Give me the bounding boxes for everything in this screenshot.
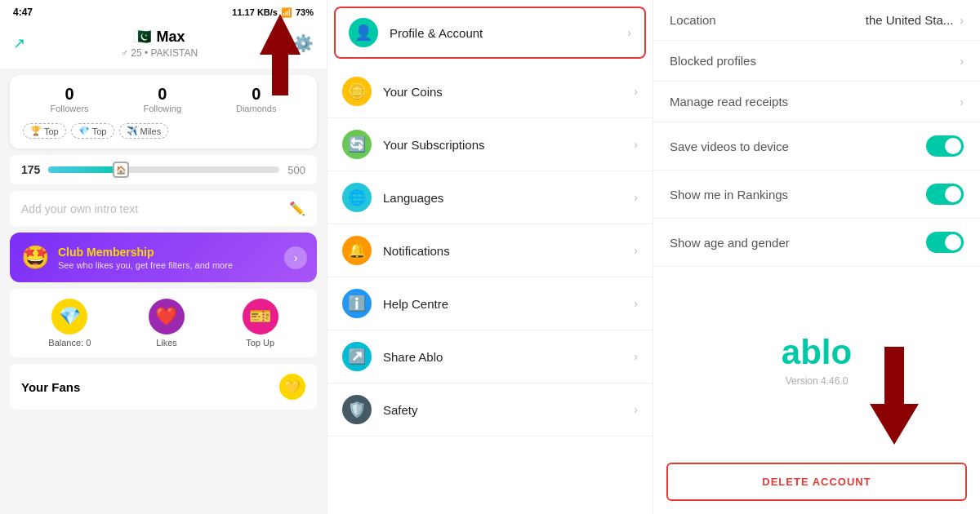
version-label: Version 4.46.0 bbox=[786, 375, 849, 387]
chevron-icon-7: › bbox=[634, 403, 638, 416]
likes-item[interactable]: ❤️ Likes bbox=[149, 299, 185, 348]
toggle-4[interactable] bbox=[926, 184, 964, 205]
edit-icon[interactable]: ✏️ bbox=[289, 201, 305, 216]
likes-icon: ❤️ bbox=[149, 299, 185, 335]
settings-item-notifications[interactable]: 🔔 Notifications › bbox=[327, 224, 653, 277]
profile-card: 0 Followers 0 Following 0 Diamonds 🏆 Top… bbox=[10, 75, 317, 148]
following-label: Following bbox=[144, 104, 181, 113]
detail-row-3: Save videos to device bbox=[653, 122, 980, 171]
progress-max: 500 bbox=[287, 164, 305, 176]
chevron-icon-1: › bbox=[634, 85, 638, 98]
settings-panel: 👤 Profile & Account › 🪙 Your Coins › 🔄 Y… bbox=[327, 0, 653, 514]
balance-icon: 💎 bbox=[51, 299, 87, 335]
network-label: 11.17 KB/s bbox=[232, 7, 278, 17]
status-bar: 4:47 11.17 KB/s 📶 73% bbox=[0, 0, 327, 21]
profile-subtitle: ♂ 25 • PAKISTAN bbox=[25, 47, 293, 59]
chevron-icon-2: › bbox=[634, 138, 638, 151]
chevron-icon-2: › bbox=[960, 95, 964, 109]
chevron-icon-0: › bbox=[627, 26, 631, 39]
progress-bar: 🏠 bbox=[48, 166, 279, 173]
toggle-knob-4 bbox=[945, 186, 961, 202]
balance-label: Balance: 0 bbox=[48, 338, 91, 348]
settings-icon-5: ℹ️ bbox=[342, 289, 372, 318]
diamonds-label: Diamonds bbox=[236, 104, 277, 113]
chevron-icon-6: › bbox=[634, 350, 638, 363]
profile-info: 🇵🇰 Max ♂ 25 • PAKISTAN bbox=[25, 28, 293, 59]
chevron-icon-1: › bbox=[960, 55, 964, 68]
following-count: 0 bbox=[144, 85, 181, 104]
time-label: 4:47 bbox=[13, 7, 33, 18]
settings-icon-1: 🪙 bbox=[342, 77, 372, 106]
stats-row: 0 Followers 0 Following 0 Diamonds bbox=[23, 85, 304, 113]
topup-label: Top Up bbox=[246, 338, 274, 348]
settings-icon-6: ↗️ bbox=[342, 342, 372, 371]
chevron-icon-0: › bbox=[960, 14, 964, 27]
progress-thumb: 🏠 bbox=[113, 162, 129, 178]
settings-icon[interactable]: ⚙️ bbox=[293, 33, 314, 53]
fans-label: Your Fans bbox=[21, 380, 80, 394]
topup-item[interactable]: 🎫 Top Up bbox=[243, 299, 278, 348]
flag-icon: 🇵🇰 bbox=[133, 28, 151, 46]
settings-label-6: Share Ablo bbox=[383, 350, 622, 364]
username: Max bbox=[156, 29, 185, 46]
account-panel: Location the United Sta... › Blocked pro… bbox=[653, 0, 980, 514]
detail-label-5: Show age and gender bbox=[670, 236, 790, 250]
status-icons: 11.17 KB/s 📶 73% bbox=[232, 7, 314, 18]
delete-account-button[interactable]: DELETE ACCOUNT bbox=[666, 463, 967, 501]
club-text: Club Membership See who likes you, get f… bbox=[58, 246, 233, 270]
settings-item-help-centre[interactable]: ℹ️ Help Centre › bbox=[327, 277, 653, 330]
diamonds-stat: 0 Diamonds bbox=[236, 85, 277, 113]
likes-label: Likes bbox=[156, 338, 177, 348]
detail-label-4: Show me in Rankings bbox=[670, 188, 788, 202]
detail-label-0: Location bbox=[670, 13, 716, 27]
chevron-icon-5: › bbox=[634, 297, 638, 310]
settings-item-your-coins[interactable]: 🪙 Your Coins › bbox=[327, 65, 653, 118]
detail-row-4: Show me in Rankings bbox=[653, 171, 980, 219]
settings-item-safety[interactable]: 🛡️ Safety › bbox=[327, 383, 653, 436]
settings-item-share-ablo[interactable]: ↗️ Share Ablo › bbox=[327, 330, 653, 383]
your-fans-section[interactable]: Your Fans 💛 bbox=[10, 364, 317, 410]
profile-panel: 4:47 11.17 KB/s 📶 73% ↗ 🇵🇰 Max ♂ 25 • PA… bbox=[0, 0, 327, 514]
intro-section[interactable]: Add your own intro text ✏️ bbox=[10, 191, 317, 226]
club-title: Club Membership bbox=[58, 246, 233, 259]
settings-label-3: Languages bbox=[383, 191, 622, 205]
share-icon[interactable]: ↗ bbox=[13, 34, 25, 52]
top-badge-2: 💎 Top bbox=[71, 123, 114, 139]
followers-count: 0 bbox=[50, 85, 88, 104]
settings-icon-3: 🌐 bbox=[342, 183, 372, 212]
toggle-3[interactable] bbox=[926, 135, 964, 157]
settings-item-languages[interactable]: 🌐 Languages › bbox=[327, 171, 653, 224]
top-badge-1: 🏆 Top bbox=[23, 123, 66, 139]
settings-item-profile-&-account[interactable]: 👤 Profile & Account › bbox=[334, 7, 646, 59]
detail-label-3: Save videos to device bbox=[670, 140, 789, 153]
chevron-icon-4: › bbox=[634, 244, 638, 257]
progress-current: 175 bbox=[21, 163, 40, 176]
settings-label-5: Help Centre bbox=[383, 297, 622, 311]
intro-placeholder: Add your own intro text bbox=[21, 202, 138, 215]
profile-name: 🇵🇰 Max bbox=[25, 28, 293, 46]
detail-row-2[interactable]: Manage read receipts › bbox=[653, 82, 980, 122]
followers-label: Followers bbox=[50, 104, 88, 113]
detail-label-2: Manage read receipts bbox=[670, 95, 788, 109]
wifi-icon: 📶 bbox=[281, 7, 292, 18]
balance-item[interactable]: 💎 Balance: 0 bbox=[48, 299, 91, 348]
toggle-5[interactable] bbox=[926, 232, 964, 253]
chevron-icon-3: › bbox=[634, 191, 638, 204]
settings-list: 👤 Profile & Account › 🪙 Your Coins › 🔄 Y… bbox=[327, 7, 653, 436]
club-desc: See who likes you, get free filters, and… bbox=[58, 260, 233, 270]
settings-label-1: Your Coins bbox=[383, 85, 622, 99]
detail-row-1[interactable]: Blocked profiles › bbox=[653, 41, 980, 82]
settings-icon-7: 🛡️ bbox=[342, 395, 372, 424]
club-arrow-icon[interactable]: › bbox=[284, 246, 307, 269]
ablo-logo-section: ablo Version 4.46.0 bbox=[653, 267, 980, 453]
settings-item-your-subscriptions[interactable]: 🔄 Your Subscriptions › bbox=[327, 118, 653, 171]
diamonds-count: 0 bbox=[236, 85, 277, 104]
followers-stat: 0 Followers bbox=[50, 85, 88, 113]
detail-row-0[interactable]: Location the United Sta... › bbox=[653, 0, 980, 41]
toggle-knob-5 bbox=[945, 234, 961, 250]
settings-icon-0: 👤 bbox=[349, 18, 378, 47]
club-membership-banner[interactable]: 🤩 Club Membership See who likes you, get… bbox=[10, 233, 317, 282]
club-emoji: 🤩 bbox=[21, 244, 50, 271]
profile-header: ↗ 🇵🇰 Max ♂ 25 • PAKISTAN ⚙️ bbox=[0, 21, 327, 69]
detail-row-5: Show age and gender bbox=[653, 219, 980, 267]
